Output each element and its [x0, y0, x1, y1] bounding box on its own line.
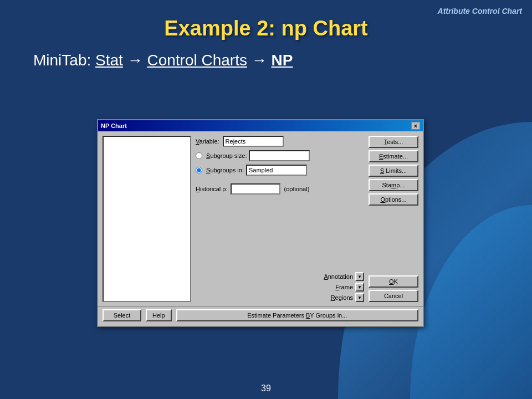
- dialog-titlebar: NP Chart ×: [98, 120, 423, 131]
- stamp-button[interactable]: Stamp...: [369, 179, 418, 191]
- variable-input[interactable]: [223, 136, 284, 147]
- historical-p-label: Historical p:: [196, 186, 227, 192]
- regions-dropdown-button[interactable]: ▼: [355, 293, 364, 302]
- historical-p-row: Historical p: (optional): [196, 183, 364, 195]
- dialog-body: Variable: Subgroup size: Subgroups in:: [98, 131, 423, 306]
- subgroup-size-radio[interactable]: [196, 152, 202, 159]
- variable-row: Variable:: [196, 136, 364, 147]
- cancel-button[interactable]: Cancel: [369, 290, 418, 302]
- dialog-wrapper: NP Chart × Variable: Subgroup size:: [97, 119, 424, 327]
- historical-p-input[interactable]: [231, 183, 280, 195]
- right-button-panel: Tests... Estimate... S Limits... Stamp..…: [369, 136, 418, 302]
- estimate-button[interactable]: Estimate...: [369, 150, 418, 162]
- subgroup-size-row: Subgroup size:: [196, 150, 364, 161]
- frame-row: Frame ▼: [196, 283, 364, 291]
- options-button[interactable]: Options...: [369, 193, 418, 206]
- estimate-params-label: Estimate Parameters BY Groups in...: [247, 312, 347, 319]
- subtitle-np: NP: [272, 52, 293, 69]
- tests-button[interactable]: Tests...: [369, 136, 418, 148]
- select-button[interactable]: Select: [103, 309, 141, 321]
- slide-number: 39: [261, 383, 271, 393]
- subgroup-size-input[interactable]: [249, 150, 310, 161]
- page-title: Example 2: np Chart: [0, 0, 532, 40]
- subtitle-prefix: MiniTab:: [33, 52, 95, 69]
- subgroups-in-label: Subgroups in:: [204, 167, 244, 173]
- watermark-label: Attribute Control Chart: [438, 7, 522, 16]
- dialog-bottom: Select Help Estimate Parameters BY Group…: [98, 306, 423, 326]
- subgroup-size-label: Subgroup size:: [204, 152, 247, 159]
- subtitle-arrow1: →: [123, 52, 147, 69]
- subtitle-control-charts: Control Charts: [147, 52, 247, 69]
- s-limits-button[interactable]: S Limits...: [369, 165, 418, 177]
- subgroups-in-row: Subgroups in:: [196, 165, 364, 176]
- subtitle: MiniTab: Stat → Control Charts → NP: [33, 52, 532, 69]
- estimate-params-button[interactable]: Estimate Parameters BY Groups in...: [176, 309, 418, 321]
- form-panel: Variable: Subgroup size: Subgroups in:: [196, 136, 364, 302]
- regions-row: Regions ▼: [196, 293, 364, 302]
- variable-label: Variable:: [196, 138, 219, 145]
- dialog-title: NP Chart: [101, 122, 127, 129]
- subtitle-arrow2: →: [247, 52, 272, 69]
- subgroups-in-input[interactable]: [246, 165, 307, 176]
- annotation-label: Annotation: [324, 273, 353, 280]
- subtitle-stat: Stat: [95, 52, 123, 69]
- help-button[interactable]: Help: [146, 309, 172, 321]
- annotation-row: Annotation ▼: [196, 272, 364, 281]
- dialog-close-button[interactable]: ×: [411, 122, 420, 130]
- dropdown-section: Annotation ▼ Frame ▼ Regions ▼: [196, 272, 364, 302]
- optional-label: (optional): [284, 186, 309, 192]
- regions-label: Regions: [331, 294, 353, 301]
- np-chart-dialog: NP Chart × Variable: Subgroup size:: [97, 119, 424, 327]
- frame-dropdown-button[interactable]: ▼: [355, 283, 364, 291]
- variable-listbox[interactable]: [103, 136, 191, 302]
- ok-button[interactable]: OK: [369, 275, 418, 288]
- frame-label: Frame: [335, 284, 353, 290]
- subgroups-in-radio[interactable]: [196, 167, 202, 173]
- annotation-dropdown-button[interactable]: ▼: [355, 272, 364, 281]
